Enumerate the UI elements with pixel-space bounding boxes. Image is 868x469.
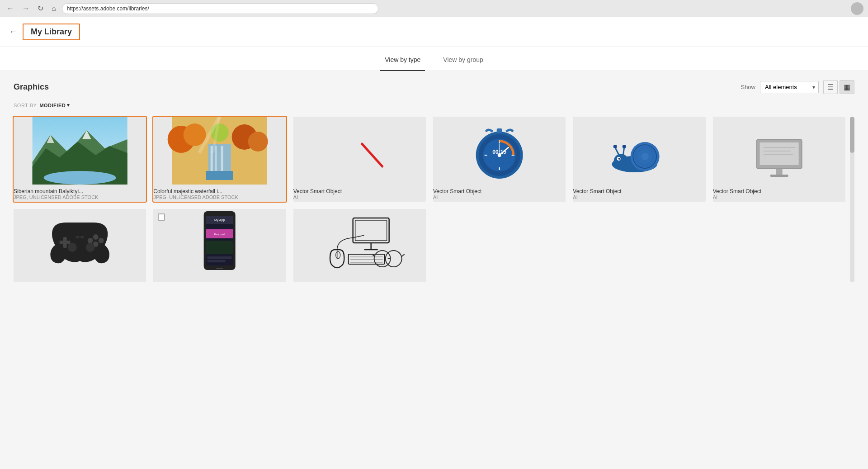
main-content: Graphics Show All elements Images Videos… <box>0 71 868 291</box>
svg-rect-15 <box>215 146 217 171</box>
grid-icon: ▦ <box>844 83 850 91</box>
section-title: Graphics <box>14 82 49 92</box>
scrollbar-track[interactable] <box>850 117 854 282</box>
home-button[interactable]: ⌂ <box>49 4 58 14</box>
back-button[interactable]: ← <box>5 4 16 14</box>
page-header: ← My Library <box>0 17 868 47</box>
item-card[interactable] <box>14 209 146 282</box>
item-thumbnail <box>14 209 146 277</box>
svg-rect-75 <box>216 268 223 269</box>
item-thumbnail <box>573 117 705 185</box>
item-name: Vector Smart Object <box>433 188 566 194</box>
svg-rect-72 <box>206 241 233 254</box>
item-name: Colorful majestic waterfall i... <box>153 188 286 194</box>
svg-rect-64 <box>80 236 84 238</box>
view-toggle: ☰ ▦ <box>823 80 854 94</box>
item-thumbnail: 00:15 <box>433 117 566 185</box>
svg-point-62 <box>86 243 95 252</box>
svg-point-58 <box>99 238 104 243</box>
item-name: Vector Smart Object <box>713 188 845 194</box>
item-meta: AI <box>713 194 845 200</box>
item-card[interactable]: My App Featured <box>153 209 286 282</box>
sort-label: SORT BY <box>14 103 37 108</box>
svg-point-43 <box>642 153 649 160</box>
svg-rect-74 <box>208 260 226 262</box>
sort-value[interactable]: MODIFIED ▾ <box>39 102 70 108</box>
show-label: Show <box>741 84 755 90</box>
show-select[interactable]: All elements Images Videos Audio Documen… <box>760 81 819 93</box>
svg-rect-13 <box>206 171 233 180</box>
svg-rect-48 <box>760 142 798 165</box>
items-grid-row2: My App Featured <box>14 209 845 282</box>
item-meta: JPEG, UNLICENSED ADOBE STOCK <box>14 194 146 200</box>
user-avatar <box>851 2 863 15</box>
svg-rect-17 <box>312 117 407 185</box>
item-meta: AI <box>433 194 566 200</box>
address-bar[interactable]: https://assets.adobe.com/libraries/ <box>62 3 378 14</box>
checkbox[interactable] <box>158 213 165 221</box>
svg-rect-73 <box>208 256 232 259</box>
item-meta: AI <box>293 194 426 200</box>
item-name: Vector Smart Object <box>573 188 705 194</box>
forward-button[interactable]: → <box>20 4 32 14</box>
svg-point-3 <box>44 171 116 185</box>
item-thumbnail: My App Featured <box>153 209 286 277</box>
item-name: Vector Smart Object <box>293 188 426 194</box>
svg-point-45 <box>618 158 620 160</box>
svg-point-57 <box>93 234 99 240</box>
item-name: Siberian mountain Balyiktyi... <box>14 188 146 194</box>
svg-rect-22 <box>497 128 502 133</box>
show-select-wrapper: All elements Images Videos Audio Documen… <box>760 81 819 93</box>
item-thumbnail <box>153 117 286 185</box>
tab-view-by-type[interactable]: View by type <box>380 47 425 71</box>
list-icon: ☰ <box>827 83 834 91</box>
item-info: Vector Smart Object AI <box>293 185 426 202</box>
list-view-button[interactable]: ☰ <box>823 80 838 94</box>
library-title-button[interactable]: My Library <box>23 24 80 40</box>
item-info: Vector Smart Object AI <box>713 185 845 202</box>
svg-rect-53 <box>770 175 788 177</box>
svg-rect-63 <box>76 236 80 238</box>
item-info: Vector Smart Object AI <box>433 185 566 202</box>
svg-text:Featured: Featured <box>214 233 225 236</box>
item-info <box>293 277 426 282</box>
item-card[interactable]: Vector Smart Object AI <box>573 117 705 202</box>
item-meta: AI <box>573 194 705 200</box>
item-card[interactable]: Vector Smart Object AI <box>713 117 845 202</box>
item-thumbnail <box>713 117 845 185</box>
item-info <box>153 277 286 282</box>
tab-view-by-group[interactable]: View by group <box>439 47 487 71</box>
svg-point-60 <box>88 238 93 243</box>
browser-chrome: ← → ↻ ⌂ https://assets.adobe.com/librari… <box>0 0 868 17</box>
svg-point-38 <box>613 145 617 148</box>
item-card[interactable]: Siberian mountain Balyiktyi... JPEG, UNL… <box>14 117 146 202</box>
item-card[interactable] <box>293 209 426 282</box>
item-card[interactable]: 00:15 Vector Smart Object AI <box>433 117 566 202</box>
reload-button[interactable]: ↻ <box>35 3 46 14</box>
svg-point-8 <box>184 123 206 146</box>
item-info: Siberian mountain Balyiktyi... JPEG, UNL… <box>14 185 146 202</box>
back-arrow[interactable]: ← <box>9 27 17 37</box>
svg-point-39 <box>623 145 626 148</box>
show-controls: Show All elements Images Videos Audio Do… <box>741 80 854 94</box>
item-info: Colorful majestic waterfall i... JPEG, U… <box>153 185 286 202</box>
tab-navigation: View by type View by group <box>0 47 868 71</box>
item-info <box>14 277 146 282</box>
item-thumbnail <box>293 209 426 277</box>
svg-point-61 <box>68 243 77 252</box>
item-thumbnail <box>293 117 426 185</box>
item-meta: JPEG, UNLICENSED ADOBE STOCK <box>153 194 286 200</box>
svg-rect-52 <box>776 169 782 175</box>
svg-rect-56 <box>60 241 71 244</box>
item-info: Vector Smart Object AI <box>573 185 705 202</box>
item-card[interactable]: Colorful majestic waterfall i... JPEG, U… <box>153 117 286 202</box>
section-header: Graphics Show All elements Images Videos… <box>14 80 854 94</box>
item-thumbnail <box>14 117 146 185</box>
svg-line-37 <box>623 147 624 155</box>
item-card[interactable]: Vector Smart Object AI <box>293 117 426 202</box>
grid-view-button[interactable]: ▦ <box>840 80 854 94</box>
svg-text:My App: My App <box>214 218 225 222</box>
items-grid-row1: Siberian mountain Balyiktyi... JPEG, UNL… <box>14 117 845 202</box>
svg-point-10 <box>248 132 268 152</box>
scrollbar-thumb[interactable] <box>850 117 854 153</box>
